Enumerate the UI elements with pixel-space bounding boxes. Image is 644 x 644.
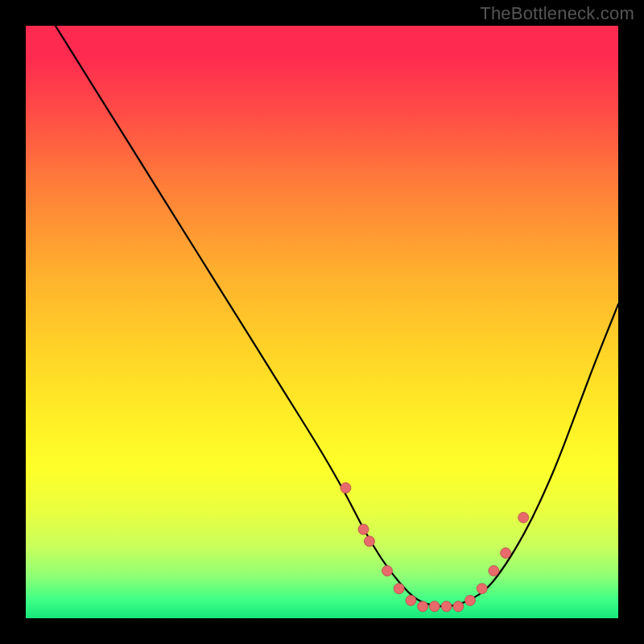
marker-dot xyxy=(364,536,374,547)
marker-dot xyxy=(465,595,476,605)
marker-dot xyxy=(382,566,393,576)
marker-dot xyxy=(406,595,416,605)
marker-dot xyxy=(341,483,351,493)
marker-dot xyxy=(518,512,529,522)
marker-dot xyxy=(477,584,487,594)
marker-dot xyxy=(394,584,404,594)
marker-dot xyxy=(489,566,499,576)
curve-layer xyxy=(26,26,618,618)
marker-dot xyxy=(429,601,440,612)
watermark-text: TheBottleneck.com xyxy=(480,3,634,24)
bottleneck-curve xyxy=(56,26,618,606)
marker-dot xyxy=(418,601,428,612)
marker-dot xyxy=(501,548,511,559)
marker-dot xyxy=(441,601,452,612)
chart-frame: TheBottleneck.com xyxy=(0,0,644,644)
marker-group xyxy=(341,483,529,612)
marker-dot xyxy=(358,524,369,535)
marker-dot xyxy=(453,601,464,612)
plot-area xyxy=(26,26,618,618)
